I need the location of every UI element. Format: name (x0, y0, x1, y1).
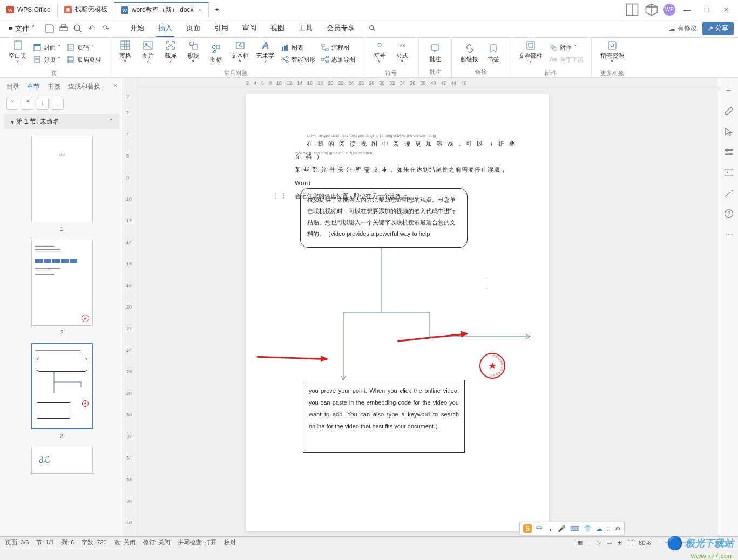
tab-start[interactable]: 开始 (128, 20, 146, 37)
pencil-icon[interactable] (723, 106, 734, 117)
ime-toolbox-icon[interactable]: :: (607, 525, 611, 532)
mindmap-button[interactable]: 思维导图 (319, 54, 357, 65)
view-fit-icon[interactable]: ⛶ (627, 539, 633, 546)
shapes-button[interactable]: 形状˅ (182, 39, 204, 68)
status-proof[interactable]: 校对 (224, 538, 236, 547)
pagebreak-button[interactable]: 分页˅ (31, 54, 63, 65)
tab-reference[interactable]: 引用 (212, 20, 231, 37)
status-track[interactable]: 改: 关闭 (114, 538, 136, 547)
equation-button[interactable]: √x公式˅ (391, 39, 413, 68)
comment-button[interactable]: 批注 (424, 39, 446, 67)
resource-button[interactable]: 稻壳资源˅ (597, 39, 627, 68)
status-section[interactable]: 节: 1/1 (36, 538, 53, 547)
tab-document[interactable]: W word教程（新）.docx × (114, 2, 209, 18)
table-button[interactable]: 表格˅ (114, 39, 136, 68)
picture-button[interactable]: 图片˅ (137, 39, 159, 68)
tools-icon[interactable] (723, 188, 734, 199)
ime-cloud-icon[interactable]: ☁ (596, 525, 602, 532)
tab-member[interactable]: 会员专享 (324, 20, 357, 37)
settings-icon[interactable] (723, 147, 734, 158)
status-col[interactable]: 列: 6 (62, 538, 74, 547)
tab-template[interactable]: 找稻壳模板 (58, 2, 114, 18)
expand-button[interactable]: ˄ (22, 98, 33, 110)
parts-button[interactable]: 文档部件˅ (516, 39, 546, 68)
help-icon[interactable]: ? (723, 208, 734, 219)
textbox-button[interactable]: A文本框˅ (228, 39, 252, 68)
tab-view[interactable]: 视图 (268, 20, 287, 37)
sidebar-tab-toc[interactable]: 目录 (6, 82, 19, 91)
remove-button[interactable]: − (52, 98, 64, 110)
tab-review[interactable]: 审阅 (240, 20, 259, 37)
avatar[interactable]: WP (663, 4, 675, 16)
status-words[interactable]: 字数: 720 (82, 538, 106, 547)
minimize-button[interactable]: — (680, 2, 695, 17)
add-button[interactable]: + (37, 98, 49, 110)
pagenum-button[interactable]: #页码˅ (64, 42, 103, 53)
view-page-icon[interactable]: ▭ (606, 539, 612, 546)
screenshot-button[interactable]: 截屏˅ (160, 39, 181, 68)
new-tab-button[interactable]: + (209, 2, 226, 18)
textbox-2[interactable]: you prove your point. When you click the… (303, 380, 465, 453)
ime-toolbar[interactable]: S 中 ， 🎤 ⌨ 👕 ☁ :: ⚙ (519, 522, 625, 535)
tab-insert[interactable]: 插入 (156, 20, 174, 37)
file-menu[interactable]: ≡ 文件 ˅ (4, 22, 39, 36)
view-web-icon[interactable]: ⊞ (617, 539, 622, 546)
smartart-button[interactable]: 智能图形 (279, 54, 317, 65)
preview-icon[interactable] (72, 23, 84, 35)
status-page[interactable]: 页面: 3/6 (5, 538, 29, 547)
textbox-1[interactable]: 视频提供了功能强大的方法帮助您证明您的观点。当您单击联机视频时，可以在想要添加的… (300, 188, 468, 248)
sidebar-close-icon[interactable]: × (113, 82, 117, 91)
minus-icon[interactable]: − (723, 85, 734, 96)
cube-icon[interactable] (644, 2, 659, 17)
view-read-icon[interactable]: ▷ (597, 539, 601, 546)
thumb-2[interactable]: ▬▬▬▬▬▬▬▬▬▬▬▬▬▬▬▬▬▬▬▬▬▬▬▬▬▬▬▬▬▬▬▬▬ ▬▬▬▬▬▬… (31, 240, 93, 326)
bookmark-button[interactable]: 书签 (483, 39, 504, 67)
wordart-button[interactable]: A艺术字˅ (253, 39, 277, 68)
flowchart-button[interactable]: 流程图 (319, 42, 357, 53)
close-tab-icon[interactable]: × (198, 6, 202, 14)
ime-punct[interactable]: ， (547, 524, 553, 533)
close-button[interactable]: × (719, 2, 734, 17)
cover-button[interactable]: 封面˅ (31, 42, 63, 53)
collapse-button[interactable]: ˅ (6, 98, 18, 110)
ime-gear-icon[interactable]: ⚙ (615, 525, 621, 532)
save-icon[interactable] (44, 23, 56, 35)
status-spell[interactable]: 拼写检查: 打开 (178, 538, 216, 547)
zoom-out-button[interactable]: − (656, 539, 659, 546)
view-grid-icon[interactable]: ▦ (577, 539, 583, 546)
headerfooter-button[interactable]: 页眉页脚 (64, 54, 103, 65)
ime-skin-icon[interactable]: 👕 (584, 525, 592, 532)
attachment-button[interactable]: 📎附件˅ (547, 42, 586, 53)
sidebar-tab-sections[interactable]: 章节 (27, 82, 40, 91)
cursor-icon[interactable] (723, 126, 734, 137)
tab-wps[interactable]: W WPS Office (0, 2, 58, 18)
search-icon[interactable] (367, 20, 378, 37)
symbol-button[interactable]: Ω符号˅ (369, 39, 390, 68)
document-page[interactable]: zài xīn de yuè dú shì tú zhōng yuè dú gè… (246, 94, 549, 531)
ime-voice-icon[interactable]: 🎤 (558, 525, 566, 532)
thumb-3[interactable]: ▬▬▬▬▬▬▬▬▬▬▬▬▬▬▬▬▬▬▬▬▬ ★ (31, 343, 93, 429)
share-button[interactable]: ↗ 分享 (702, 22, 734, 35)
status-rev[interactable]: 修订: 关闭 (143, 538, 170, 547)
icons-button[interactable]: 图标 (205, 39, 227, 68)
layout-icon[interactable] (625, 2, 640, 17)
chart-button[interactable]: 图表 (279, 42, 317, 53)
sidebar-tab-bookmarks[interactable]: 书签 (48, 82, 60, 91)
ime-keyboard-icon[interactable]: ⌨ (570, 525, 579, 532)
image-icon[interactable] (723, 167, 734, 178)
thumb-1[interactable]: 目录 (31, 136, 93, 222)
canvas[interactable]: 2 4 6 8 10 12 14 16 18 20 22 24 26 28 30… (138, 78, 719, 549)
ime-lang[interactable]: 中 (536, 524, 543, 533)
tab-page[interactable]: 页面 (184, 20, 202, 37)
tab-tools[interactable]: 工具 (296, 20, 315, 37)
hyperlink-button[interactable]: 超链接 (457, 39, 482, 67)
drag-handle-icon[interactable]: ⋮⋮ (272, 191, 287, 200)
section-header[interactable]: ▾ 第 1 节: 未命名˅ (4, 114, 119, 129)
blank-page-button[interactable]: 空白页˅ (5, 39, 30, 68)
maximize-button[interactable]: □ (699, 2, 714, 17)
undo-icon[interactable]: ↶ (86, 23, 98, 35)
redo-icon[interactable]: ↷ (100, 23, 112, 35)
sidebar-tab-find[interactable]: 查找和替换 (68, 82, 100, 91)
more-icon[interactable]: ⋯ (723, 229, 734, 240)
print-icon[interactable] (58, 23, 70, 35)
